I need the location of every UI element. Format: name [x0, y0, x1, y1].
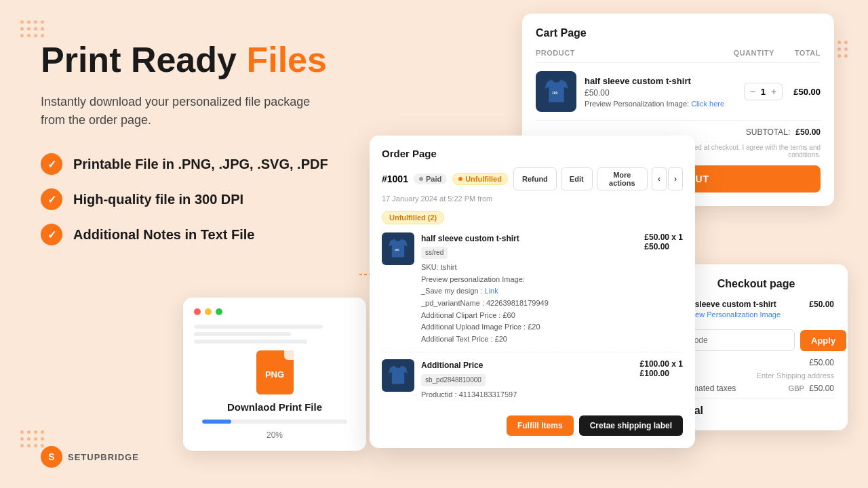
- feature-text-2: High-quality file in 300 DPI: [73, 192, 243, 207]
- checkout-subtotal-row: £50.00: [678, 358, 834, 367]
- cart-header-product: PRODUCT: [536, 49, 575, 57]
- card-dot-red: [194, 308, 201, 315]
- order-tshirt-svg-1: 100: [386, 237, 410, 261]
- cart-subtotal-label: SUBTOTAL:: [746, 127, 791, 137]
- feature-text-3: Additional Notes in Text File: [73, 227, 254, 243]
- order-action-buttons: Refund Edit More actions ‹ ›: [513, 167, 683, 190]
- features-list: Printable File in .PNG, .JPG, .SVG, .PDF…: [41, 153, 366, 245]
- card-dot-green: [216, 308, 222, 315]
- cart-subtotal-value: £50.00: [795, 127, 821, 137]
- order-item-1-variant: ss/red: [421, 247, 448, 259]
- tshirt-svg: 100: [541, 77, 572, 107]
- order-tshirt-svg-2: [386, 363, 410, 388]
- svg-text:100: 100: [395, 248, 399, 251]
- next-order-button[interactable]: ›: [668, 167, 683, 190]
- order-item-1-variant-name: _pd_variantName : 422639818179949: [421, 298, 637, 310]
- apply-button[interactable]: Apply: [800, 330, 846, 351]
- png-file-icon: PNG: [256, 350, 294, 394]
- card-dot-yellow: [205, 308, 212, 315]
- checkout-card-inner: 1 Checkout page half sleeve custom t-shi…: [678, 278, 834, 417]
- check-icon-3: [41, 224, 62, 245]
- download-card: PNG Downlaod Print File 20%: [183, 298, 366, 451]
- order-item-1-save: _Save my design : Link: [421, 285, 637, 298]
- est-taxes-row: Estimated taxes GBP £50.00: [678, 384, 834, 393]
- left-content: Print Ready Files Instantly download you…: [41, 41, 366, 245]
- create-shipping-label-button[interactable]: Cretae shipping label: [579, 415, 683, 436]
- file-line-2: [194, 332, 291, 336]
- subtitle-text: Instantly download your personalized fil…: [41, 93, 332, 129]
- cart-item-info: half sleeve custom t-shirt £50.00 Previe…: [585, 76, 736, 108]
- decorative-dots-tl: [20, 20, 44, 37]
- edit-button[interactable]: Edit: [561, 167, 593, 190]
- more-actions-button[interactable]: More actions: [597, 167, 648, 190]
- cart-item-price: £50.00: [585, 88, 736, 98]
- order-item-1-details: half sleeve custom t-shirt ss/red SKU: t…: [421, 232, 637, 345]
- order-item-2-image: [382, 359, 414, 392]
- order-date: 17 January 2024 at 5:22 PM from: [382, 195, 683, 203]
- order-item-1-text-price: Additional Text Price : £20: [421, 333, 637, 346]
- discount-input[interactable]: [678, 329, 795, 351]
- order-item-2-price: £100.00 x 1 £100.00: [640, 359, 683, 378]
- order-item-2-variant: sb_pd2848810000: [421, 374, 486, 386]
- feature-item-3: Additional Notes in Text File: [41, 224, 366, 245]
- feature-text-1: Printable File in .PNG, .JPG, .SVG, .PDF: [73, 157, 328, 172]
- order-item-2-productid: Productid : 41134183317597: [421, 389, 633, 401]
- logo-icon: S: [41, 446, 62, 468]
- progress-bar: [202, 420, 347, 424]
- svg-text:100: 100: [552, 91, 558, 95]
- order-bottom-buttons: Fulfill Items Cretae shipping label: [382, 415, 683, 436]
- order-id: #1001: [382, 174, 408, 184]
- order-item-1-clipart: Additional Clipart Price : £60: [421, 310, 637, 322]
- card-content: PNG Downlaod Print File 20%: [194, 325, 355, 440]
- file-line-3: [194, 340, 307, 344]
- file-line-1: [194, 325, 323, 329]
- cart-item-name: half sleeve custom t-shirt: [585, 76, 736, 86]
- file-lines: [194, 325, 355, 344]
- order-item-1-upload: Additional Upload Image Price : £20: [421, 321, 637, 333]
- nav-buttons: ‹ ›: [652, 167, 683, 190]
- refund-button[interactable]: Refund: [513, 167, 557, 190]
- qty-decrease[interactable]: −: [750, 86, 755, 97]
- feature-item-1: Printable File in .PNG, .JPG, .SVG, .PDF: [41, 153, 366, 175]
- order-item-1: 100 half sleeve custom t-shirt ss/red SK…: [382, 232, 683, 352]
- order-item-2: Additional Price sb_pd2848810000 Product…: [382, 359, 683, 407]
- unfulfilled-count-badge: Unfulfilled (2): [382, 211, 444, 224]
- prev-order-button[interactable]: ‹: [652, 167, 667, 190]
- cart-item-image: 100: [536, 71, 576, 112]
- qty-increase[interactable]: +: [771, 86, 776, 97]
- check-icon-2: [41, 188, 62, 210]
- total-row: Total: [678, 399, 834, 417]
- cart-header-total: TOTAL: [795, 49, 821, 57]
- order-top-bar: #1001 Paid Unfulfilled Refund Edit More …: [382, 167, 683, 190]
- cart-item-total: £50.00: [793, 87, 821, 97]
- cart-page-title: Cart Page: [536, 27, 821, 39]
- fulfill-items-button[interactable]: Fulfill Items: [507, 415, 574, 436]
- cart-item: 100 half sleeve custom t-shirt £50.00 Pr…: [536, 71, 821, 112]
- order-save-link[interactable]: Link: [485, 287, 498, 295]
- card-dots: [194, 308, 355, 315]
- shipping-address-text: Enter Shipping address: [678, 371, 834, 380]
- checkout-item-price: £50.00: [809, 300, 834, 309]
- order-item-1-image: 100: [382, 232, 414, 265]
- order-item-2-details: Additional Price sb_pd2848810000 Product…: [421, 359, 633, 401]
- order-item-1-name: half sleeve custom t-shirt: [421, 232, 637, 245]
- download-title: Downlaod Print File: [227, 401, 322, 413]
- qty-value: 1: [761, 87, 766, 97]
- progress-percent: 20%: [267, 430, 283, 440]
- order-page-card: Order Page #1001 Paid Unfulfilled Refund…: [370, 136, 695, 448]
- order-item-1-price: £50.00 x 1 £50.00: [644, 232, 683, 251]
- cart-item-preview: Preview Personalization Image: Click her…: [585, 100, 736, 108]
- check-icon-1: [41, 153, 62, 175]
- cart-header-quantity: QUANTITY: [734, 49, 774, 57]
- cart-item-preview-link[interactable]: Click here: [691, 100, 724, 108]
- qty-controls[interactable]: − 1 +: [744, 83, 783, 100]
- logo: S SETUPBRIDGE: [41, 446, 139, 468]
- unfulfilled-badge: Unfulfilled: [452, 173, 508, 185]
- checkout-page-title: Checkout page: [678, 278, 834, 290]
- order-page-title: Order Page: [382, 148, 683, 159]
- feature-item-2: High-quality file in 300 DPI: [41, 188, 366, 210]
- decorative-dots-bl: [20, 430, 44, 447]
- checkout-item: half sleeve custom t-shirt Preview Perso…: [678, 300, 834, 321]
- progress-bar-fill: [202, 420, 231, 424]
- discount-row: Apply: [678, 329, 834, 351]
